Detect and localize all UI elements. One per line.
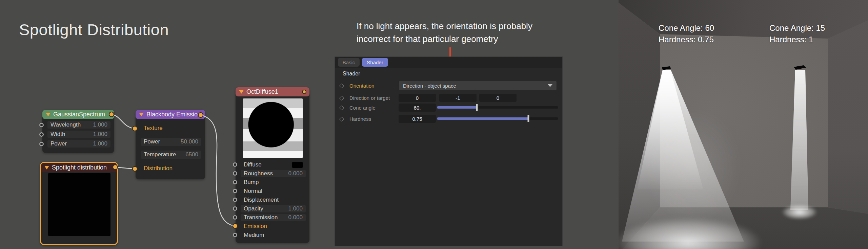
param-diamond-icon bbox=[339, 84, 344, 88]
app-canvas: Spotlight Distribution If no light appea… bbox=[0, 0, 868, 249]
param-diamond-icon bbox=[339, 117, 344, 121]
narrow-spotlight-floor-pool bbox=[777, 203, 822, 221]
gaussian-output-pin[interactable] bbox=[109, 112, 114, 117]
render-viewport: Cone Angle: 60 Hardness: 0.75 Cone Angle… bbox=[619, 0, 868, 249]
shader-section-label: Shader bbox=[343, 71, 360, 77]
panel-tab-bar: Basic Shader bbox=[335, 57, 562, 68]
wire-blackbody-to-emission[interactable] bbox=[201, 115, 235, 226]
direction-x-field[interactable]: 0 bbox=[399, 94, 436, 102]
cone-angle-15-label: Cone Angle: 15 bbox=[769, 22, 825, 34]
cone-angle-60-label: Cone Angle: 60 bbox=[659, 22, 714, 34]
direction-z-field[interactable]: 0 bbox=[479, 94, 517, 102]
cone-angle-field[interactable]: 60. bbox=[399, 104, 436, 112]
blackbody-output-pin[interactable] bbox=[198, 113, 203, 117]
wide-spotlight-floor-pool bbox=[619, 210, 783, 249]
hardness-label: Hardness bbox=[349, 116, 371, 122]
texture-input-pin[interactable] bbox=[133, 126, 137, 131]
hardness-075-label: Hardness: 0.75 bbox=[659, 34, 714, 45]
hardness-field[interactable]: 0.75 bbox=[399, 115, 436, 123]
cone-angle-slider-fill bbox=[437, 106, 477, 109]
hardness-1-label: Hardness: 1 bbox=[769, 34, 825, 45]
wire-gaussian-to-texture[interactable] bbox=[112, 114, 134, 129]
shader-properties-panel: Basic Shader Shader Orientation Directio… bbox=[335, 56, 563, 246]
render-label-right: Cone Angle: 15 Hardness: 1 bbox=[769, 22, 825, 45]
hardness-slider[interactable] bbox=[437, 117, 558, 120]
orientation-dropdown-value: Direction - object space bbox=[403, 83, 456, 89]
wire-spotlight-to-distribution[interactable] bbox=[115, 167, 134, 169]
node-wires bbox=[0, 0, 339, 249]
orientation-dropdown[interactable]: Direction - object space bbox=[399, 81, 557, 90]
cone-angle-slider[interactable] bbox=[437, 106, 558, 109]
direction-y-field[interactable]: -1 bbox=[439, 94, 477, 102]
distribution-input-pin[interactable] bbox=[133, 166, 137, 171]
cone-angle-slider-handle[interactable] bbox=[476, 104, 478, 111]
emission-input-pin[interactable] bbox=[233, 224, 238, 228]
chevron-down-icon bbox=[548, 84, 552, 87]
cone-angle-label: Cone angle bbox=[349, 105, 376, 111]
tab-basic[interactable]: Basic bbox=[338, 58, 360, 67]
annotation-line1: If no light appears, the orientation is … bbox=[357, 20, 532, 32]
annotation-line2: incorrect for that particular geometry bbox=[357, 32, 532, 45]
annotation-text: If no light appears, the orientation is … bbox=[357, 20, 532, 45]
direction-or-target-label: Direction or target bbox=[349, 95, 390, 101]
hardness-slider-fill bbox=[437, 117, 528, 120]
param-diamond-icon bbox=[339, 96, 344, 100]
orientation-label: Orientation bbox=[349, 83, 374, 89]
tab-shader[interactable]: Shader bbox=[362, 58, 388, 67]
spotlight-distribution-output-pin[interactable] bbox=[113, 165, 118, 169]
render-label-left: Cone Angle: 60 Hardness: 0.75 bbox=[659, 22, 714, 45]
param-diamond-icon bbox=[339, 106, 344, 110]
hardness-slider-handle[interactable] bbox=[527, 115, 529, 122]
